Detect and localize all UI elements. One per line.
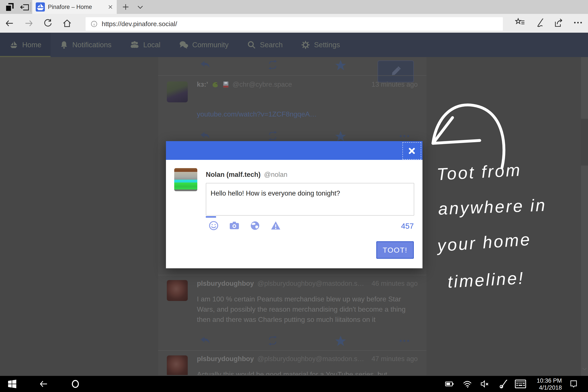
browser-tab[interactable]: Pinafore – Home (32, 0, 117, 14)
post-author-name[interactable]: plsburydoughboy (197, 355, 254, 363)
favorite-star-icon[interactable] (334, 130, 347, 142)
forward-icon[interactable] (22, 16, 36, 30)
post-author-handle[interactable]: @plsburydoughboy@mastodon.s… (258, 280, 364, 288)
nav-label: Community (192, 41, 229, 49)
pinafore-nav: Home Notifications Local Community Searc… (0, 33, 588, 57)
post-timestamp[interactable]: 46 minutes ago (372, 280, 418, 288)
sailboat-icon (9, 40, 18, 50)
post[interactable]: plsburydoughboy @plsburydoughboy@mastodo… (158, 350, 426, 375)
post-author-handle[interactable]: @plsburydoughboy@mastodon.s… (258, 355, 364, 363)
set-tabs-aside-icon[interactable] (5, 2, 15, 12)
nav-label: Search (260, 41, 283, 49)
nav-item-notifications[interactable]: Notifications (50, 33, 121, 57)
post-timestamp[interactable]: 13 minutes ago (372, 80, 418, 88)
boost-icon[interactable] (267, 130, 278, 142)
tab-close-icon[interactable] (108, 4, 113, 10)
windows-start-icon[interactable] (6, 376, 18, 392)
tab-preview-chevron-icon[interactable] (133, 0, 147, 14)
floppy-disk-emoji (222, 81, 230, 88)
nav-item-home[interactable]: Home (0, 33, 50, 57)
url-text[interactable]: https://dev.pinafore.social/ (102, 20, 177, 28)
post-timestamp[interactable]: 47 minutes ago (372, 355, 418, 363)
post[interactable]: plsburydoughboy @plsburydoughboy@mastodo… (158, 275, 426, 361)
tab-strip: Pinafore – Home (0, 0, 588, 14)
nav-item-settings[interactable]: Settings (292, 33, 349, 57)
more-icon[interactable] (571, 16, 585, 30)
nav-item-search[interactable]: Search (238, 33, 292, 57)
action-center-icon[interactable] (568, 376, 580, 392)
reply-icon[interactable] (200, 59, 211, 70)
post-author-name[interactable]: plsburydoughboy (197, 280, 254, 288)
compose-avatar[interactable] (174, 168, 197, 191)
boost-icon[interactable] (267, 59, 278, 70)
avatar[interactable] (167, 280, 188, 301)
scrollbar-down-arrow[interactable] (582, 367, 587, 371)
reply-icon[interactable] (200, 335, 211, 346)
length-gauge (206, 216, 216, 218)
toot-button[interactable]: TOOT! (376, 241, 414, 259)
modal-header (166, 141, 422, 160)
emoji-smiley-icon[interactable] (208, 220, 219, 231)
favorite-star-icon[interactable] (334, 335, 347, 347)
char-count: 457 (401, 222, 414, 230)
avatar[interactable] (167, 82, 188, 102)
volume-muted-icon[interactable] (479, 376, 491, 392)
compose-textarea[interactable]: Hello hello! How is everyone doing tonig… (206, 183, 414, 216)
scrollbar-thumb[interactable] (581, 119, 588, 166)
content-warning-icon[interactable] (270, 220, 281, 231)
back-icon[interactable] (2, 16, 16, 30)
wifi-icon[interactable] (461, 376, 474, 392)
post-author-handle[interactable]: @chr@cybre.space (232, 80, 292, 88)
favorite-star-icon[interactable] (334, 59, 347, 72)
new-tab-icon[interactable] (119, 0, 133, 14)
more-options-icon[interactable] (399, 338, 410, 344)
nav-label: Settings (314, 41, 340, 49)
status-action-row (158, 335, 426, 350)
pinafore-favicon (36, 2, 45, 12)
camera-media-icon[interactable] (229, 220, 240, 231)
more-options-icon[interactable] (399, 133, 410, 139)
bell-icon (60, 40, 68, 49)
url-bar[interactable]: https://dev.pinafore.social/ (86, 17, 503, 31)
compose-text: Hello hello! How is everyone doing tonig… (210, 190, 340, 197)
restore-tabs-icon[interactable] (20, 2, 30, 12)
favorites-hub-icon[interactable] (513, 16, 527, 30)
taskbar-clock[interactable]: 10:36 PM 4/1/2018 (536, 377, 562, 391)
taskbar-back-icon[interactable] (38, 376, 50, 392)
cortana-icon[interactable] (69, 376, 82, 392)
annotation-line: timeline! (447, 268, 525, 292)
post-header: kɜ:ʼ @chr@cybre.space 13 minutes ago (197, 80, 418, 88)
post-author-name[interactable]: kɜ:ʼ (197, 80, 208, 88)
globe-privacy-icon[interactable] (250, 220, 260, 231)
home-icon[interactable] (60, 16, 74, 30)
page-scrollbar[interactable] (581, 57, 588, 376)
nav-item-community[interactable]: Community (170, 33, 238, 57)
modal-close-button[interactable] (402, 142, 421, 160)
nav-label: Home (22, 41, 42, 49)
gear-icon (301, 40, 310, 50)
compose-modal: Nolan (malf.tech) @nolan Hello hello! Ho… (166, 141, 422, 268)
nav-item-local[interactable]: Local (121, 33, 170, 57)
touch-keyboard-icon[interactable] (514, 376, 526, 392)
nav-label: Notifications (72, 41, 112, 49)
pen-icon[interactable] (498, 376, 510, 392)
boost-icon[interactable] (267, 335, 278, 346)
tab-title: Pinafore – Home (48, 4, 104, 10)
post-header: plsburydoughboy @plsburydoughboy@mastodo… (197, 355, 418, 363)
compose-toolbar (208, 220, 281, 231)
reply-icon[interactable] (200, 130, 211, 142)
post-content[interactable]: Actually this would be good material for… (197, 369, 419, 375)
chat-bubbles-icon (179, 40, 188, 50)
people-icon (130, 40, 140, 50)
post-content[interactable]: I am 100 % certain Peanuts merchandise b… (197, 294, 419, 325)
compose-display-name: Nolan (malf.tech) (206, 171, 260, 178)
refresh-icon[interactable] (41, 16, 55, 30)
web-note-icon[interactable] (533, 16, 546, 30)
nav-label: Local (143, 41, 160, 49)
share-icon[interactable] (552, 16, 566, 30)
battery-icon[interactable] (444, 376, 456, 392)
avatar[interactable] (167, 356, 188, 375)
site-info-icon[interactable] (90, 20, 98, 28)
post-link[interactable]: youtube.com/watch?v=1ZCF8ngqeA… (197, 110, 418, 118)
annotation-line: your home (437, 229, 532, 256)
